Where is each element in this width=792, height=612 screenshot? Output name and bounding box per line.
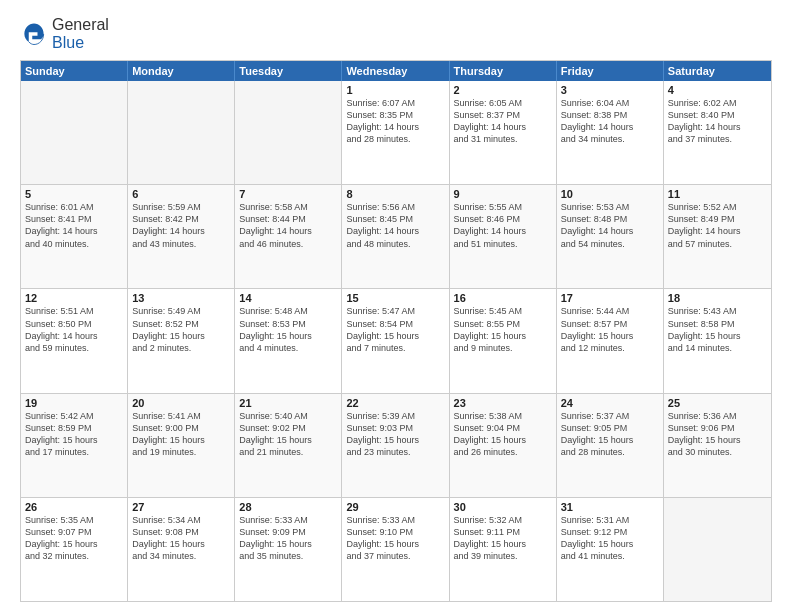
week-row-3: 19Sunrise: 5:42 AM Sunset: 8:59 PM Dayli… xyxy=(21,393,771,497)
week-row-1: 5Sunrise: 6:01 AM Sunset: 8:41 PM Daylig… xyxy=(21,184,771,288)
day-number: 2 xyxy=(454,84,552,96)
day-cell-30: 30Sunrise: 5:32 AM Sunset: 9:11 PM Dayli… xyxy=(450,498,557,601)
day-info: Sunrise: 5:33 AM Sunset: 9:10 PM Dayligh… xyxy=(346,514,444,563)
day-cell-25: 25Sunrise: 5:36 AM Sunset: 9:06 PM Dayli… xyxy=(664,394,771,497)
day-info: Sunrise: 5:58 AM Sunset: 8:44 PM Dayligh… xyxy=(239,201,337,250)
day-info: Sunrise: 6:02 AM Sunset: 8:40 PM Dayligh… xyxy=(668,97,767,146)
day-info: Sunrise: 5:51 AM Sunset: 8:50 PM Dayligh… xyxy=(25,305,123,354)
day-info: Sunrise: 5:41 AM Sunset: 9:00 PM Dayligh… xyxy=(132,410,230,459)
day-number: 22 xyxy=(346,397,444,409)
day-cell-28: 28Sunrise: 5:33 AM Sunset: 9:09 PM Dayli… xyxy=(235,498,342,601)
day-cell-11: 11Sunrise: 5:52 AM Sunset: 8:49 PM Dayli… xyxy=(664,185,771,288)
day-number: 18 xyxy=(668,292,767,304)
day-number: 21 xyxy=(239,397,337,409)
day-cell-8: 8Sunrise: 5:56 AM Sunset: 8:45 PM Daylig… xyxy=(342,185,449,288)
day-cell-2: 2Sunrise: 6:05 AM Sunset: 8:37 PM Daylig… xyxy=(450,81,557,184)
logo: General Blue xyxy=(20,16,109,52)
day-info: Sunrise: 5:45 AM Sunset: 8:55 PM Dayligh… xyxy=(454,305,552,354)
day-cell-29: 29Sunrise: 5:33 AM Sunset: 9:10 PM Dayli… xyxy=(342,498,449,601)
day-cell-7: 7Sunrise: 5:58 AM Sunset: 8:44 PM Daylig… xyxy=(235,185,342,288)
day-number: 14 xyxy=(239,292,337,304)
day-number: 25 xyxy=(668,397,767,409)
day-info: Sunrise: 5:38 AM Sunset: 9:04 PM Dayligh… xyxy=(454,410,552,459)
day-cell-21: 21Sunrise: 5:40 AM Sunset: 9:02 PM Dayli… xyxy=(235,394,342,497)
weekday-header-saturday: Saturday xyxy=(664,61,771,81)
weekday-header-tuesday: Tuesday xyxy=(235,61,342,81)
day-number: 28 xyxy=(239,501,337,513)
day-info: Sunrise: 5:48 AM Sunset: 8:53 PM Dayligh… xyxy=(239,305,337,354)
day-info: Sunrise: 5:47 AM Sunset: 8:54 PM Dayligh… xyxy=(346,305,444,354)
day-number: 30 xyxy=(454,501,552,513)
calendar: SundayMondayTuesdayWednesdayThursdayFrid… xyxy=(20,60,772,602)
empty-cell xyxy=(664,498,771,601)
day-cell-18: 18Sunrise: 5:43 AM Sunset: 8:58 PM Dayli… xyxy=(664,289,771,392)
day-number: 20 xyxy=(132,397,230,409)
day-cell-15: 15Sunrise: 5:47 AM Sunset: 8:54 PM Dayli… xyxy=(342,289,449,392)
day-number: 10 xyxy=(561,188,659,200)
day-cell-5: 5Sunrise: 6:01 AM Sunset: 8:41 PM Daylig… xyxy=(21,185,128,288)
day-number: 3 xyxy=(561,84,659,96)
day-info: Sunrise: 6:05 AM Sunset: 8:37 PM Dayligh… xyxy=(454,97,552,146)
weekday-header-wednesday: Wednesday xyxy=(342,61,449,81)
day-cell-13: 13Sunrise: 5:49 AM Sunset: 8:52 PM Dayli… xyxy=(128,289,235,392)
day-cell-9: 9Sunrise: 5:55 AM Sunset: 8:46 PM Daylig… xyxy=(450,185,557,288)
day-cell-20: 20Sunrise: 5:41 AM Sunset: 9:00 PM Dayli… xyxy=(128,394,235,497)
day-info: Sunrise: 5:31 AM Sunset: 9:12 PM Dayligh… xyxy=(561,514,659,563)
day-info: Sunrise: 5:44 AM Sunset: 8:57 PM Dayligh… xyxy=(561,305,659,354)
day-number: 31 xyxy=(561,501,659,513)
logo-blue: Blue xyxy=(52,34,84,51)
day-info: Sunrise: 5:56 AM Sunset: 8:45 PM Dayligh… xyxy=(346,201,444,250)
day-cell-3: 3Sunrise: 6:04 AM Sunset: 8:38 PM Daylig… xyxy=(557,81,664,184)
day-number: 7 xyxy=(239,188,337,200)
weekday-header-sunday: Sunday xyxy=(21,61,128,81)
empty-cell xyxy=(21,81,128,184)
day-number: 12 xyxy=(25,292,123,304)
week-row-2: 12Sunrise: 5:51 AM Sunset: 8:50 PM Dayli… xyxy=(21,288,771,392)
day-info: Sunrise: 5:59 AM Sunset: 8:42 PM Dayligh… xyxy=(132,201,230,250)
day-cell-14: 14Sunrise: 5:48 AM Sunset: 8:53 PM Dayli… xyxy=(235,289,342,392)
day-info: Sunrise: 5:33 AM Sunset: 9:09 PM Dayligh… xyxy=(239,514,337,563)
day-number: 23 xyxy=(454,397,552,409)
day-info: Sunrise: 5:43 AM Sunset: 8:58 PM Dayligh… xyxy=(668,305,767,354)
day-cell-22: 22Sunrise: 5:39 AM Sunset: 9:03 PM Dayli… xyxy=(342,394,449,497)
day-info: Sunrise: 5:55 AM Sunset: 8:46 PM Dayligh… xyxy=(454,201,552,250)
day-number: 17 xyxy=(561,292,659,304)
page: General Blue SundayMondayTuesdayWednesda… xyxy=(0,0,792,612)
day-number: 26 xyxy=(25,501,123,513)
calendar-header-row: SundayMondayTuesdayWednesdayThursdayFrid… xyxy=(21,61,771,81)
empty-cell xyxy=(235,81,342,184)
day-number: 4 xyxy=(668,84,767,96)
day-info: Sunrise: 6:07 AM Sunset: 8:35 PM Dayligh… xyxy=(346,97,444,146)
day-number: 29 xyxy=(346,501,444,513)
week-row-0: 1Sunrise: 6:07 AM Sunset: 8:35 PM Daylig… xyxy=(21,81,771,184)
day-cell-4: 4Sunrise: 6:02 AM Sunset: 8:40 PM Daylig… xyxy=(664,81,771,184)
weekday-header-thursday: Thursday xyxy=(450,61,557,81)
day-cell-10: 10Sunrise: 5:53 AM Sunset: 8:48 PM Dayli… xyxy=(557,185,664,288)
day-info: Sunrise: 5:32 AM Sunset: 9:11 PM Dayligh… xyxy=(454,514,552,563)
day-cell-31: 31Sunrise: 5:31 AM Sunset: 9:12 PM Dayli… xyxy=(557,498,664,601)
calendar-body: 1Sunrise: 6:07 AM Sunset: 8:35 PM Daylig… xyxy=(21,81,771,601)
weekday-header-friday: Friday xyxy=(557,61,664,81)
logo-general: General xyxy=(52,16,109,33)
day-info: Sunrise: 5:37 AM Sunset: 9:05 PM Dayligh… xyxy=(561,410,659,459)
week-row-4: 26Sunrise: 5:35 AM Sunset: 9:07 PM Dayli… xyxy=(21,497,771,601)
weekday-header-monday: Monday xyxy=(128,61,235,81)
day-number: 16 xyxy=(454,292,552,304)
day-info: Sunrise: 5:36 AM Sunset: 9:06 PM Dayligh… xyxy=(668,410,767,459)
day-number: 13 xyxy=(132,292,230,304)
day-number: 5 xyxy=(25,188,123,200)
day-number: 9 xyxy=(454,188,552,200)
day-cell-16: 16Sunrise: 5:45 AM Sunset: 8:55 PM Dayli… xyxy=(450,289,557,392)
day-number: 1 xyxy=(346,84,444,96)
day-number: 6 xyxy=(132,188,230,200)
day-number: 15 xyxy=(346,292,444,304)
logo-text: General Blue xyxy=(52,16,109,52)
day-cell-27: 27Sunrise: 5:34 AM Sunset: 9:08 PM Dayli… xyxy=(128,498,235,601)
day-cell-1: 1Sunrise: 6:07 AM Sunset: 8:35 PM Daylig… xyxy=(342,81,449,184)
day-info: Sunrise: 5:52 AM Sunset: 8:49 PM Dayligh… xyxy=(668,201,767,250)
day-cell-26: 26Sunrise: 5:35 AM Sunset: 9:07 PM Dayli… xyxy=(21,498,128,601)
day-info: Sunrise: 5:40 AM Sunset: 9:02 PM Dayligh… xyxy=(239,410,337,459)
logo-icon xyxy=(20,20,48,48)
day-info: Sunrise: 5:49 AM Sunset: 8:52 PM Dayligh… xyxy=(132,305,230,354)
day-info: Sunrise: 5:53 AM Sunset: 8:48 PM Dayligh… xyxy=(561,201,659,250)
